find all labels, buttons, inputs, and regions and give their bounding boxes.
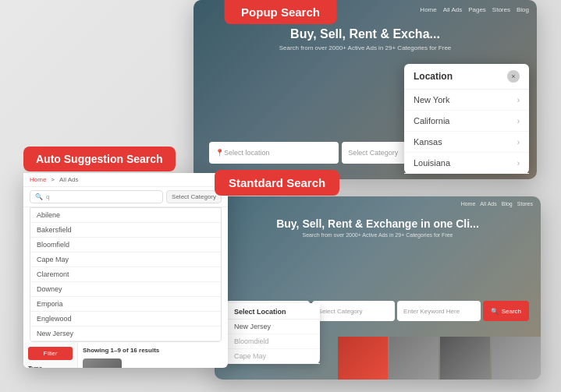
location-item-louisiana[interactable]: Louisiana › — [404, 153, 529, 174]
auto-results-area: Showing 1–9 of 16 results — [78, 342, 228, 368]
std-img-3 — [440, 337, 490, 380]
auto-suggestion-item[interactable]: Bakersfield — [30, 223, 221, 238]
standard-location-dropdown: Select Location New Jersey Bloomdield Ca… — [226, 303, 320, 364]
nav-pages: Pages — [468, 6, 486, 13]
location-header-text: Location — [414, 71, 453, 82]
auto-filter-button[interactable]: Filter — [28, 347, 73, 360]
auto-product-listing — [83, 358, 223, 368]
popup-location-input[interactable]: 📍 Select location — [209, 142, 339, 164]
auto-suggestion-card: Home > All Ads 🔍 q Select Category Abile… — [23, 173, 228, 368]
auto-suggestion-item[interactable]: Bloomfield — [30, 238, 221, 253]
standard-category-input[interactable]: Select Category — [312, 301, 396, 321]
auto-suggestion-item[interactable]: Cape May — [30, 253, 221, 267]
std-img-2 — [389, 337, 439, 380]
popup-background: Home All Ads Pages Stores Blog Buy, Sell… — [194, 0, 537, 179]
std-nav-allads: All Ads — [480, 201, 496, 207]
auto-product-image — [83, 358, 122, 368]
std-nav-stores: Stores — [517, 201, 533, 207]
auto-suggestion-item[interactable]: Abilene — [30, 208, 221, 223]
auto-suggestions-list: Abilene Bakersfield Bloomfield Cape May … — [30, 207, 222, 342]
std-location-newjersey[interactable]: New Jersey — [226, 320, 320, 334]
std-location-bloomdield[interactable]: Bloomdield — [226, 334, 320, 349]
standard-search-label: Stantdard Search — [215, 170, 339, 196]
auto-filter-sidebar: Filter Type Sell Buy Excl To-G Sho — [23, 342, 78, 368]
chevron-right-icon: › — [517, 96, 520, 104]
standard-nav: Home All Ads Blog Stores — [215, 196, 541, 211]
nav-home: Home — [420, 6, 436, 13]
auto-main-content: Filter Type Sell Buy Excl To-G Sho — [23, 342, 228, 368]
auto-type-label: Type — [28, 365, 73, 368]
search-icon: 🔍 — [35, 193, 43, 200]
chevron-right-icon: › — [517, 138, 520, 147]
popup-location-dropdown: Location × New York › California › Kansa… — [404, 64, 529, 174]
location-louisiana-label: Louisiana — [414, 158, 450, 168]
auto-nav-page: All Ads — [59, 176, 78, 183]
standard-image-grid — [338, 337, 541, 380]
location-item-newyork[interactable]: New York › — [404, 90, 529, 111]
auto-search-placeholder: q — [46, 193, 49, 200]
std-nav-home: Home — [461, 201, 476, 207]
standard-search-card: Home All Ads Blog Stores Buy, Sell, Rent… — [215, 196, 541, 380]
popup-subtitle: Search from over 2000+ Active Ads in 29+… — [194, 44, 537, 51]
auto-category-placeholder: Select Category — [172, 193, 216, 200]
std-img-1 — [338, 337, 388, 380]
std-img-4 — [492, 337, 541, 380]
location-item-california[interactable]: California › — [404, 111, 529, 132]
auto-suggestion-item[interactable]: Englewood — [30, 312, 221, 327]
standard-search-button[interactable]: 🔍 Search — [483, 301, 529, 321]
std-nav-blog: Blog — [502, 201, 513, 207]
popup-search-card: Home All Ads Pages Stores Blog Buy, Sell… — [194, 0, 537, 179]
std-category-placeholder: Select Category — [318, 308, 363, 315]
auto-nav-separator: > — [51, 176, 55, 183]
auto-search-input[interactable]: 🔍 q — [30, 190, 163, 203]
nav-blog: Blog — [517, 6, 529, 13]
popup-main-title: Buy, Sell, Rent & Excha... — [194, 27, 537, 41]
auto-suggestion-item[interactable]: Downey — [30, 282, 221, 297]
auto-search-bar: 🔍 q Select Category — [23, 187, 228, 207]
location-kansas-label: Kansas — [414, 137, 442, 147]
chevron-right-icon: › — [517, 159, 520, 168]
auto-suggestion-label: Auto Suggestion Search — [23, 147, 176, 171]
auto-nav-bar: Home > All Ads — [23, 173, 228, 187]
location-dropdown-header: Location × — [404, 64, 529, 90]
auto-category-select[interactable]: Select Category — [166, 190, 222, 203]
search-icon: 🔍 — [491, 308, 499, 315]
popup-category-placeholder: Select Category — [348, 149, 398, 157]
auto-suggestion-item[interactable]: Claremont — [30, 267, 221, 282]
standard-subtitle: Search from over 2000+ Active Ads in 29+… — [215, 232, 541, 238]
standard-main-title: Buy, Sell, Rent & Exchange in one Cli... — [215, 217, 541, 230]
popup-location-placeholder: Select location — [224, 149, 270, 157]
auto-nav-home: Home — [30, 176, 46, 183]
location-close-button[interactable]: × — [507, 70, 520, 83]
std-location-title: Select Location — [226, 303, 320, 320]
chevron-right-icon: › — [517, 117, 520, 125]
auto-suggestion-item[interactable]: Emporia — [30, 297, 221, 312]
std-keyword-placeholder: Enter Keyword Here — [403, 308, 460, 315]
location-item-kansas[interactable]: Kansas › — [404, 132, 529, 153]
nav-stores: Stores — [492, 6, 510, 13]
auto-results-title: Showing 1–9 of 16 results — [83, 347, 223, 354]
standard-background: Home All Ads Blog Stores Buy, Sell, Rent… — [215, 196, 541, 380]
nav-allads: All Ads — [443, 6, 462, 13]
standard-keyword-input[interactable]: Enter Keyword Here — [397, 301, 481, 321]
location-california-label: California — [414, 116, 449, 125]
std-location-capemay[interactable]: Cape May — [226, 349, 320, 364]
pin-icon: 📍 — [215, 149, 224, 157]
popup-label: Popup Search — [224, 0, 337, 24]
std-search-btn-label: Search — [502, 308, 521, 315]
location-newyork-label: New York — [414, 95, 449, 104]
auto-suggestion-item[interactable]: New Jersey — [30, 327, 221, 341]
